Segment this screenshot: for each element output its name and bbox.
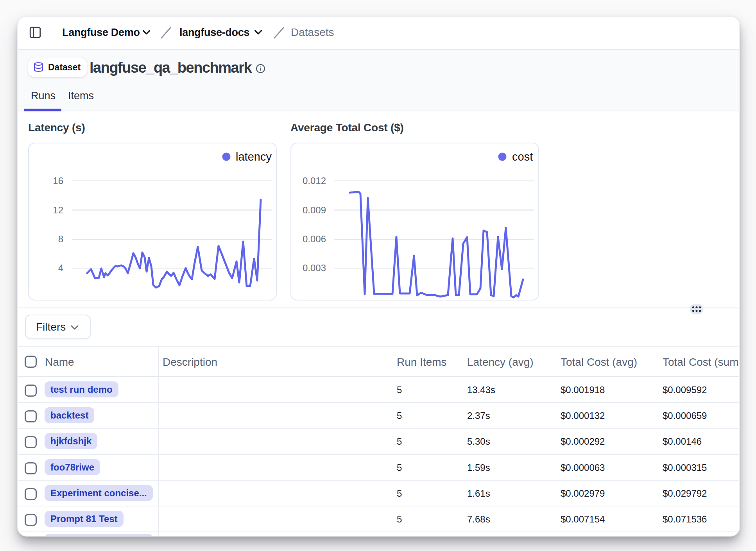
svg-text:8: 8 <box>58 234 63 244</box>
svg-text:latency: latency <box>236 150 272 163</box>
svg-text:4: 4 <box>58 263 63 273</box>
svg-text:16: 16 <box>53 175 63 186</box>
svg-text:12: 12 <box>53 205 63 215</box>
svg-text:0.012: 0.012 <box>303 175 326 186</box>
svg-text:0.009: 0.009 <box>303 205 326 215</box>
svg-text:0.003: 0.003 <box>303 263 326 273</box>
svg-text:cost: cost <box>512 150 533 163</box>
svg-text:0.006: 0.006 <box>303 234 326 244</box>
